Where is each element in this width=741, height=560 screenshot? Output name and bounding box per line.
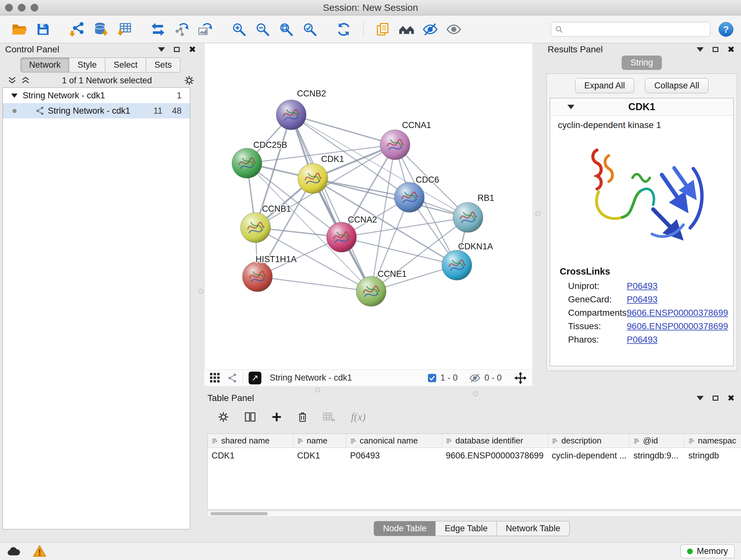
import-network-from-database-button[interactable]: [89, 19, 112, 40]
import-table-button[interactable]: [112, 19, 136, 40]
column-header[interactable]: database identifier: [442, 434, 548, 448]
panel-close-icon[interactable]: ✖: [727, 45, 735, 54]
zoom-out-button[interactable]: [251, 19, 274, 40]
tab-network-table[interactable]: Network Table: [497, 521, 569, 536]
panel-close-icon[interactable]: ✖: [189, 45, 196, 54]
copy-documents-button[interactable]: [371, 19, 395, 40]
import-network-from-file-button[interactable]: [65, 19, 89, 40]
hidden-eye-icon[interactable]: [469, 372, 481, 384]
splitter-handle[interactable]: [473, 391, 478, 396]
table-cell[interactable]: stringdb:9...: [630, 448, 684, 463]
gear-icon[interactable]: [218, 411, 229, 423]
zoom-fit-button[interactable]: [274, 19, 298, 40]
refresh-view-button[interactable]: [332, 19, 355, 40]
expand-all-icon[interactable]: [21, 76, 30, 85]
memory-button[interactable]: Memory: [680, 544, 735, 558]
node-RB1[interactable]: RB1: [453, 193, 494, 233]
collapse-all-button[interactable]: Collapse All: [645, 78, 709, 93]
entry-disclosure-icon[interactable]: [567, 105, 575, 109]
panel-collapse-icon[interactable]: [158, 47, 165, 52]
protein-entry-header[interactable]: CDK1: [550, 98, 733, 116]
help-button[interactable]: ?: [719, 22, 733, 37]
splitter-handle[interactable]: [199, 289, 203, 294]
node-CDC6[interactable]: CDC6: [394, 175, 439, 212]
panel-float-icon[interactable]: [713, 47, 718, 52]
main-toolbar: ?: [0, 16, 741, 43]
edge-CCNB2-CCNE1[interactable]: [291, 115, 371, 292]
node-CCNB2[interactable]: CCNB2: [276, 89, 326, 130]
cloud-icon[interactable]: [6, 546, 20, 556]
panel-collapse-icon[interactable]: [697, 396, 704, 400]
crosslink-link[interactable]: 9606.ENSP00000378699: [627, 321, 728, 331]
node-CDK1[interactable]: CDK1: [298, 154, 344, 193]
show-all-button[interactable]: [442, 19, 466, 40]
export-network-button[interactable]: [170, 19, 193, 40]
tab-sets[interactable]: Sets: [146, 57, 180, 72]
home-views-button[interactable]: [395, 19, 418, 40]
tab-network[interactable]: Network: [20, 57, 69, 72]
tab-select[interactable]: Select: [105, 57, 146, 72]
share-view-icon[interactable]: [227, 373, 237, 383]
splitter-handle[interactable]: [315, 388, 320, 392]
crosslink-link[interactable]: 9606.ENSP00000378699: [627, 308, 728, 318]
swap-networks-button[interactable]: [146, 19, 170, 40]
search-input[interactable]: [563, 23, 706, 36]
detach-view-button[interactable]: ↗: [249, 372, 261, 384]
column-header[interactable]: name: [293, 434, 346, 448]
columns-icon[interactable]: [245, 411, 256, 423]
table-cell[interactable]: stringdb: [684, 448, 741, 463]
table-cell[interactable]: cyclin-dependent ...: [548, 448, 630, 463]
node-CDKN1A[interactable]: CDKN1A: [442, 242, 493, 280]
table-horizontal-scrollbar[interactable]: [207, 511, 741, 516]
scrollbar-thumb[interactable]: [210, 512, 268, 515]
column-header[interactable]: canonical name: [346, 434, 442, 448]
move-crosshair-icon[interactable]: [515, 372, 527, 384]
crosslink-link[interactable]: P06493: [627, 294, 658, 305]
gear-icon[interactable]: [184, 75, 195, 86]
edge-HIST1H1A-CCNE1[interactable]: [258, 277, 371, 292]
column-header[interactable]: shared name: [208, 434, 293, 448]
warning-icon[interactable]: [32, 545, 47, 557]
table-cell[interactable]: CDK1: [293, 448, 346, 463]
selected-checkbox-icon[interactable]: [428, 374, 436, 382]
node-CCNA1[interactable]: CCNA1: [380, 120, 431, 160]
save-session-button[interactable]: [31, 19, 55, 40]
panel-float-icon[interactable]: [174, 47, 180, 52]
tree-disclosure-icon[interactable]: [11, 94, 17, 98]
panel-float-icon[interactable]: [713, 395, 718, 401]
hide-selected-button[interactable]: [418, 19, 442, 40]
crosslink-link[interactable]: P06493: [627, 334, 658, 345]
tab-style[interactable]: Style: [69, 57, 105, 72]
toolbar-search[interactable]: [551, 22, 711, 37]
panel-collapse-icon[interactable]: [697, 47, 704, 52]
table-cell[interactable]: CDK1: [208, 448, 293, 463]
table-cell[interactable]: P06493: [346, 448, 442, 463]
collapse-all-icon[interactable]: [8, 76, 17, 85]
tab-edge-table[interactable]: Edge Table: [435, 521, 497, 536]
column-header[interactable]: namespac: [684, 434, 741, 448]
tree-row-network[interactable]: String Network - cdk1 11 48: [3, 103, 190, 118]
delete-row-icon[interactable]: [297, 411, 308, 423]
edge-CCNB2-CCNA1[interactable]: [291, 115, 395, 145]
node-CCNB1[interactable]: CCNB1: [241, 204, 291, 243]
zoom-in-button[interactable]: [227, 19, 251, 40]
open-session-button[interactable]: [8, 19, 31, 40]
export-image-button[interactable]: [193, 19, 217, 40]
expand-all-button[interactable]: Expand All: [575, 78, 634, 93]
tree-row-collection[interactable]: String Network - cdk1 1: [3, 88, 190, 103]
zoom-selected-button[interactable]: [298, 19, 322, 40]
grid-view-icon[interactable]: [210, 373, 220, 383]
column-header[interactable]: @id: [630, 434, 684, 448]
column-header[interactable]: description: [548, 434, 630, 448]
table-row[interactable]: CDK1 CDK1 P06493 9606.ENSP00000378699 cy…: [208, 448, 741, 463]
network-view-canvas[interactable]: CCNB2CCNA1CDC25BCDK1CDC6RB1CCNB1CCNA2CDK…: [204, 44, 532, 369]
tab-string[interactable]: String: [622, 56, 662, 70]
add-row-icon[interactable]: [271, 412, 282, 422]
panel-close-icon[interactable]: ✖: [727, 394, 735, 402]
node-HIST1H1A[interactable]: HIST1H1A: [243, 254, 297, 292]
edge-CCNA2-CDKN1A[interactable]: [341, 237, 457, 265]
crosslink-link[interactable]: P06493: [627, 281, 658, 291]
table-cell[interactable]: 9606.ENSP00000378699: [442, 448, 548, 463]
tab-node-table[interactable]: Node Table: [374, 521, 435, 536]
splitter-handle[interactable]: [536, 211, 540, 216]
